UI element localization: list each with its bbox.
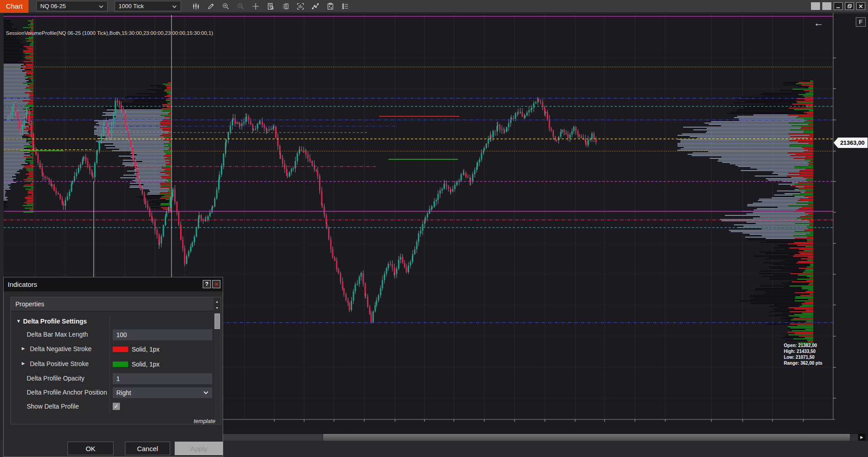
properties-panel: Properties ▲ ▼ ▼ Delta Profile Settings …: [10, 297, 221, 424]
apply-button[interactable]: Apply: [175, 442, 223, 455]
toolbar: Chart NQ 06-25 1000 Tick: [0, 0, 868, 13]
expand-icon[interactable]: ▶: [22, 346, 25, 351]
property-input[interactable]: 100: [113, 329, 212, 340]
expand-icon[interactable]: ▶: [22, 361, 25, 366]
help-button[interactable]: ?: [203, 280, 211, 288]
property-row: Delta Profile Anchor PositionRight: [11, 387, 221, 398]
scrollbar-track-right: [850, 434, 858, 441]
chevron-down-icon: [99, 3, 104, 10]
property-row: Show Delta Profile✓: [11, 401, 221, 412]
property-checkbox[interactable]: ✓: [113, 403, 120, 410]
last-price-marker: 21363,00: [834, 138, 868, 148]
zoom-out-icon[interactable]: [235, 1, 246, 12]
scroll-right-icon[interactable]: ▶: [858, 434, 865, 441]
indicators-dialog: Indicators ? × Properties ▲ ▼ ▼ Delta Pr…: [3, 277, 223, 457]
property-label: Delta Positive Stroke: [30, 360, 89, 367]
property-label: Delta Profile Anchor Position: [27, 389, 107, 396]
ohlc-info-line: High: 21433,50: [784, 348, 822, 354]
market-analyzer-icon[interactable]: [340, 1, 351, 12]
properties-header[interactable]: Properties: [11, 297, 214, 311]
pencil-icon[interactable]: [205, 1, 216, 12]
close-window-button[interactable]: [856, 2, 865, 10]
property-select[interactable]: Right: [113, 387, 212, 398]
drawing-tools-icon[interactable]: [310, 1, 321, 12]
property-label: Show Delta Profile: [27, 403, 79, 410]
ohlc-info-line: Low: 21071,50: [784, 354, 822, 360]
close-icon[interactable]: ×: [212, 280, 220, 288]
property-label: Delta Bar Max Length: [27, 331, 88, 338]
period-label: 1000 Tick: [119, 3, 144, 10]
ohlc-info-line: Open: 21382,00: [784, 343, 822, 348]
property-label: Delta Negative Stroke: [30, 345, 91, 352]
zoom-in-icon[interactable]: [220, 1, 231, 12]
scrollbar-thumb[interactable]: [323, 434, 850, 441]
section-delta-profile-settings[interactable]: ▼ Delta Profile Settings: [11, 317, 221, 328]
strategies-icon[interactable]: [325, 1, 336, 12]
toolbar-blank-button-1[interactable]: [811, 2, 820, 10]
minimize-button[interactable]: [834, 2, 843, 10]
panel-icon[interactable]: [280, 1, 291, 12]
property-row: ▶Delta Positive StrokeSolid, 1px: [11, 359, 221, 370]
toolbar-icons: [191, 1, 351, 12]
candlestick-chart-icon[interactable]: [191, 1, 201, 12]
dialog-title: Indicators: [8, 281, 37, 288]
window-controls: [811, 2, 865, 10]
instrument-label: NQ 06-25: [40, 3, 66, 10]
properties-header-label: Properties: [15, 300, 44, 308]
spinner-up-icon[interactable]: ▲: [214, 299, 220, 305]
property-input[interactable]: 1: [113, 373, 212, 384]
property-row: Delta Bar Max Length100: [11, 329, 221, 340]
ninjatrader-chart-window: Chart NQ 06-25 1000 Tick S: [0, 0, 868, 457]
dialog-buttons: OK Cancel Apply: [4, 442, 223, 455]
section-label: Delta Profile Settings: [23, 318, 87, 325]
select-value: Right: [116, 389, 131, 396]
period-select[interactable]: 1000 Tick: [114, 1, 181, 11]
spinner-down-icon[interactable]: ▼: [214, 305, 220, 311]
dialog-title-bar[interactable]: Indicators ? ×: [4, 277, 223, 291]
property-row: Delta Profile Opacity1: [11, 373, 221, 384]
indicators-icon[interactable]: [295, 1, 306, 12]
stroke-color-swatch: [113, 362, 128, 367]
data-box-icon[interactable]: [265, 1, 276, 12]
stroke-preview[interactable]: Solid, 1px: [113, 359, 159, 370]
stroke-description: Solid, 1px: [132, 346, 159, 353]
tab-chart[interactable]: Chart: [0, 0, 29, 13]
chevron-down-icon: [203, 391, 209, 395]
property-label: Delta Profile Opacity: [27, 375, 85, 382]
template-link[interactable]: template: [194, 418, 215, 424]
crosshair-icon[interactable]: [250, 1, 261, 12]
collapse-icon: ▼: [16, 319, 21, 324]
toolbar-blank-button-2[interactable]: [822, 2, 831, 10]
cancel-button[interactable]: Cancel: [125, 442, 170, 455]
back-arrow-icon[interactable]: ←: [814, 17, 824, 29]
ohlc-info-box: Open: 21382,00High: 21433,50Low: 21071,5…: [784, 343, 822, 366]
restore-button[interactable]: [845, 2, 854, 10]
column-divider: [110, 315, 110, 414]
property-row: ▶Delta Negative StrokeSolid, 1px: [11, 344, 221, 355]
chevron-down-icon: [172, 3, 177, 10]
stroke-preview[interactable]: Solid, 1px: [113, 344, 159, 355]
stroke-description: Solid, 1px: [132, 361, 159, 368]
stroke-color-swatch: [113, 347, 128, 352]
indicator-session-label: SessionVolumeProfile(NQ 06-25 (1000 Tick…: [6, 30, 213, 36]
fast-forward-button[interactable]: F: [856, 17, 866, 27]
instrument-select[interactable]: NQ 06-25: [36, 1, 108, 11]
ohlc-info-line: Range: 362,00 pts: [784, 360, 822, 366]
ok-button[interactable]: OK: [67, 442, 114, 455]
